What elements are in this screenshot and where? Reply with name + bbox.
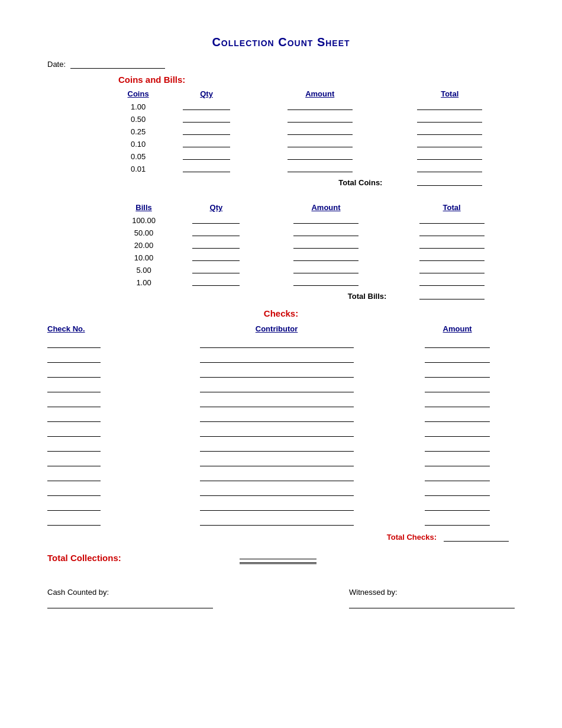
check-no-input[interactable]	[47, 440, 153, 455]
coin-total-input[interactable]	[385, 113, 515, 125]
check-no-input[interactable]	[47, 514, 153, 529]
coin-qty-input[interactable]	[158, 125, 255, 138]
check-no-input[interactable]	[47, 411, 153, 426]
bill-value: 1.00	[118, 276, 169, 289]
bill-total-input[interactable]	[389, 227, 515, 239]
check-amount-input[interactable]	[400, 514, 515, 529]
coin-amount-input[interactable]	[255, 113, 385, 125]
bill-total-input[interactable]	[389, 252, 515, 264]
check-no-input[interactable]	[47, 381, 153, 396]
bill-amount-input[interactable]	[263, 239, 389, 252]
coin-total-input[interactable]	[385, 101, 515, 113]
bill-total-input[interactable]	[389, 264, 515, 276]
coin-total-input[interactable]	[385, 163, 515, 175]
contributor-input[interactable]	[153, 411, 400, 426]
total-checks-value[interactable]	[444, 533, 509, 542]
date-line[interactable]	[70, 60, 165, 69]
coin-amount-input[interactable]	[255, 150, 385, 163]
coin-row: 1.00	[118, 101, 515, 113]
check-amount-input[interactable]	[400, 381, 515, 396]
checks-table: Check No. Contributor Amount	[47, 324, 515, 529]
check-amount-input[interactable]	[400, 352, 515, 366]
contributor-input[interactable]	[153, 381, 400, 396]
coin-qty-input[interactable]	[158, 101, 255, 113]
bill-qty-input[interactable]	[169, 227, 263, 239]
cash-counted-line[interactable]	[47, 600, 213, 608]
coin-amount-input[interactable]	[255, 138, 385, 150]
bill-amount-input[interactable]	[263, 214, 389, 227]
check-amount-input[interactable]	[400, 337, 515, 352]
bill-row: 50.00	[118, 227, 515, 239]
check-row	[47, 396, 515, 411]
bill-total-input[interactable]	[389, 214, 515, 227]
check-amount-input[interactable]	[400, 366, 515, 381]
contributor-input[interactable]	[153, 337, 400, 352]
check-no-input[interactable]	[47, 426, 153, 440]
check-amount-input[interactable]	[400, 455, 515, 470]
bill-qty-input[interactable]	[169, 252, 263, 264]
bill-qty-input[interactable]	[169, 214, 263, 227]
check-no-input[interactable]	[47, 366, 153, 381]
contributor-input[interactable]	[153, 485, 400, 500]
contributor-input[interactable]	[153, 426, 400, 440]
bill-total-input[interactable]	[389, 276, 515, 289]
contributor-input[interactable]	[153, 366, 400, 381]
bill-total-input[interactable]	[389, 239, 515, 252]
contributor-input[interactable]	[153, 455, 400, 470]
checks-title: Checks:	[47, 308, 515, 318]
bill-qty-input[interactable]	[169, 276, 263, 289]
check-no-input[interactable]	[47, 500, 153, 514]
coin-amount-input[interactable]	[255, 163, 385, 175]
coin-total-input[interactable]	[385, 138, 515, 150]
coin-total-input[interactable]	[385, 125, 515, 138]
bill-amount-input[interactable]	[263, 276, 389, 289]
total-collections-value[interactable]	[240, 551, 316, 564]
check-amount-input[interactable]	[400, 426, 515, 440]
check-amount-input[interactable]	[400, 470, 515, 485]
check-amount-input[interactable]	[400, 485, 515, 500]
coin-amount-input[interactable]	[255, 101, 385, 113]
date-label: Date:	[47, 60, 66, 69]
coin-value: 0.25	[118, 125, 158, 138]
witnessed-line[interactable]	[349, 600, 515, 608]
check-row	[47, 352, 515, 366]
checks-col-checkno: Check No.	[47, 324, 153, 337]
total-bills-value[interactable]	[389, 289, 515, 302]
check-row	[47, 514, 515, 529]
check-amount-input[interactable]	[400, 440, 515, 455]
coin-qty-input[interactable]	[158, 163, 255, 175]
cash-counted-block: Cash Counted by:	[47, 588, 213, 608]
bill-qty-input[interactable]	[169, 239, 263, 252]
coin-amount-input[interactable]	[255, 125, 385, 138]
check-no-input[interactable]	[47, 337, 153, 352]
check-amount-input[interactable]	[400, 411, 515, 426]
contributor-input[interactable]	[153, 470, 400, 485]
coin-qty-input[interactable]	[158, 150, 255, 163]
check-no-input[interactable]	[47, 352, 153, 366]
check-row	[47, 426, 515, 440]
check-row	[47, 455, 515, 470]
check-amount-input[interactable]	[400, 500, 515, 514]
bill-amount-input[interactable]	[263, 264, 389, 276]
coin-qty-input[interactable]	[158, 113, 255, 125]
total-coins-value[interactable]	[385, 175, 515, 189]
check-no-input[interactable]	[47, 485, 153, 500]
contributor-input[interactable]	[153, 440, 400, 455]
check-row	[47, 366, 515, 381]
contributor-input[interactable]	[153, 396, 400, 411]
bill-amount-input[interactable]	[263, 227, 389, 239]
contributor-input[interactable]	[153, 514, 400, 529]
bill-amount-input[interactable]	[263, 252, 389, 264]
contributor-input[interactable]	[153, 352, 400, 366]
coin-qty-input[interactable]	[158, 138, 255, 150]
coin-total-input[interactable]	[385, 150, 515, 163]
contributor-input[interactable]	[153, 500, 400, 514]
coins-col-total: Total	[385, 89, 515, 101]
check-no-input[interactable]	[47, 455, 153, 470]
check-no-input[interactable]	[47, 396, 153, 411]
total-collections-label: Total Collections:	[47, 553, 121, 563]
check-no-input[interactable]	[47, 470, 153, 485]
bill-qty-input[interactable]	[169, 264, 263, 276]
checks-col-contributor: Contributor	[153, 324, 400, 337]
check-amount-input[interactable]	[400, 396, 515, 411]
